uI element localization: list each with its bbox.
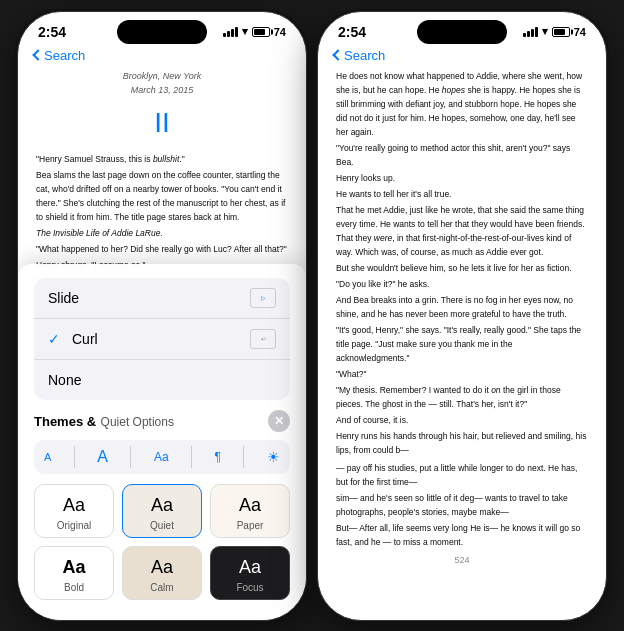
theme-paper-label: Paper	[237, 520, 264, 531]
signal-icon-right	[523, 27, 538, 37]
transition-menu: Slide ▷ ✓ Curl ↩	[34, 278, 290, 400]
menu-item-curl[interactable]: ✓ Curl ↩	[34, 319, 290, 360]
status-bar-left: 2:54 ▾ 74	[18, 12, 306, 44]
check-icon: ✓	[48, 331, 60, 347]
back-label-left: Search	[44, 48, 85, 63]
font-controls: A A Aa ¶ ☀	[34, 440, 290, 474]
divider-3	[191, 446, 192, 468]
wifi-icon-right: ▾	[542, 25, 548, 38]
themes-header: Themes & Quiet Options ✕	[34, 410, 290, 432]
theme-paper[interactable]: Aa Paper	[210, 484, 290, 538]
theme-quiet[interactable]: Aa Quiet	[122, 484, 202, 538]
time-left: 2:54	[38, 24, 66, 40]
theme-original[interactable]: Aa Original	[34, 484, 114, 538]
theme-paper-aa: Aa	[239, 495, 261, 516]
theme-focus-aa: Aa	[239, 557, 261, 578]
themes-subtitle: Quiet Options	[101, 415, 174, 429]
page-number: 524	[336, 553, 588, 567]
theme-bold[interactable]: Aa Bold	[34, 546, 114, 600]
back-button-left[interactable]: Search	[34, 48, 85, 63]
paragraph-icon[interactable]: ¶	[215, 450, 221, 464]
nav-bar-left: Search	[18, 44, 306, 69]
font-small-a[interactable]: A	[44, 451, 51, 463]
theme-quiet-label: Quiet	[150, 520, 174, 531]
battery-pct-right: 74	[574, 26, 586, 38]
themes-title: Themes &	[34, 414, 96, 429]
theme-focus-label: Focus	[236, 582, 263, 593]
font-type-icon[interactable]: Aa	[154, 450, 169, 464]
theme-focus[interactable]: Aa Focus	[210, 546, 290, 600]
slide-label: Slide	[48, 290, 79, 306]
chapter-num: II	[36, 101, 288, 146]
book-text-right: He does not know what happened to Addie,…	[336, 69, 588, 550]
overlay-panel: Slide ▷ ✓ Curl ↩	[18, 264, 306, 620]
wifi-icon: ▾	[242, 25, 248, 38]
close-button[interactable]: ✕	[268, 410, 290, 432]
book-content-right: He does not know what happened to Addie,…	[318, 69, 606, 589]
theme-quiet-aa: Aa	[151, 495, 173, 516]
slide-icon-box: ▷	[250, 288, 276, 308]
none-label: None	[48, 372, 81, 388]
chevron-left-icon-right	[332, 49, 343, 60]
book-location: Brooklyn, New York March 13, 2015	[36, 69, 288, 98]
theme-calm-label: Calm	[150, 582, 173, 593]
battery-pct: 74	[274, 26, 286, 38]
divider-4	[243, 446, 244, 468]
theme-calm-aa: Aa	[151, 557, 173, 578]
font-large-a[interactable]: A	[97, 448, 108, 466]
theme-original-label: Original	[57, 520, 91, 531]
right-icons-right: ▾ 74	[523, 25, 586, 38]
signal-icon	[223, 27, 238, 37]
theme-bold-label: Bold	[64, 582, 84, 593]
brightness-icon[interactable]: ☀	[267, 449, 280, 465]
status-bar-right: 2:54 ▾ 74	[318, 12, 606, 44]
right-phone: 2:54 ▾ 74 Search	[317, 11, 607, 621]
theme-bold-aa: Aa	[62, 557, 85, 578]
back-button-right[interactable]: Search	[334, 48, 385, 63]
battery-icon-right	[552, 27, 570, 37]
theme-calm[interactable]: Aa Calm	[122, 546, 202, 600]
nav-bar-right: Search	[318, 44, 606, 69]
curl-icon-box: ↩	[250, 329, 276, 349]
none-icon-box	[250, 370, 276, 390]
theme-grid: Aa Original Aa Quiet Aa Paper Aa Bold Aa	[34, 484, 290, 600]
right-icons-left: ▾ 74	[223, 25, 286, 38]
themes-title-group: Themes & Quiet Options	[34, 412, 174, 430]
theme-original-aa: Aa	[63, 495, 85, 516]
battery-icon	[252, 27, 270, 37]
menu-item-none[interactable]: None	[34, 360, 290, 400]
back-label-right: Search	[344, 48, 385, 63]
chevron-left-icon	[32, 49, 43, 60]
left-phone: 2:54 ▾ 74 Search	[17, 11, 307, 621]
divider-1	[74, 446, 75, 468]
divider-2	[130, 446, 131, 468]
phones-container: 2:54 ▾ 74 Search	[17, 11, 607, 621]
book-content-left: Brooklyn, New York March 13, 2015 II "He…	[18, 69, 306, 289]
time-right: 2:54	[338, 24, 366, 40]
curl-label: Curl	[72, 331, 98, 347]
menu-item-slide[interactable]: Slide ▷	[34, 278, 290, 319]
